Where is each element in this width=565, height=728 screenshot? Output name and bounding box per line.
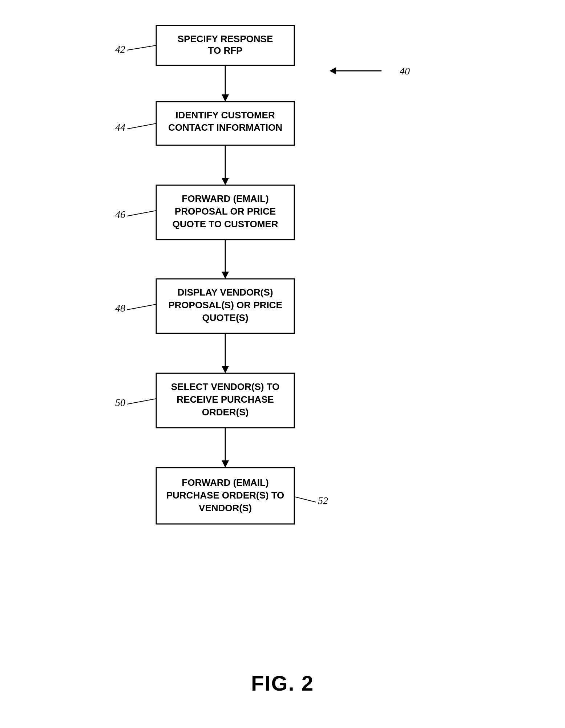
svg-text:FORWARD (EMAIL): FORWARD (EMAIL)	[182, 193, 269, 204]
svg-text:ORDER(S): ORDER(S)	[202, 407, 249, 418]
svg-text:SELECT VENDOR(S) TO: SELECT VENDOR(S) TO	[171, 381, 280, 392]
svg-line-4	[127, 45, 156, 50]
svg-text:QUOTE TO CUSTOMER: QUOTE TO CUSTOMER	[173, 219, 278, 229]
svg-text:TO RFP: TO RFP	[208, 45, 243, 56]
svg-text:48: 48	[115, 302, 125, 314]
svg-text:QUOTE(S): QUOTE(S)	[202, 312, 248, 323]
svg-marker-29	[222, 366, 229, 373]
svg-text:52: 52	[318, 495, 328, 506]
svg-marker-21	[222, 272, 229, 279]
svg-text:40: 40	[400, 65, 410, 77]
svg-rect-30	[156, 373, 294, 428]
svg-text:IDENTIFY CUSTOMER: IDENTIFY CUSTOMER	[175, 110, 275, 121]
svg-text:50: 50	[115, 397, 125, 408]
svg-rect-38	[156, 468, 294, 524]
svg-rect-22	[156, 279, 294, 333]
svg-text:42: 42	[115, 44, 125, 55]
svg-text:PROPOSAL OR PRICE: PROPOSAL OR PRICE	[175, 206, 276, 217]
svg-text:PURCHASE ORDER(S) TO: PURCHASE ORDER(S) TO	[166, 490, 284, 501]
svg-line-43	[294, 497, 316, 502]
svg-rect-7	[156, 102, 294, 145]
svg-line-19	[127, 211, 156, 216]
svg-text:VENDOR(S): VENDOR(S)	[199, 503, 252, 513]
svg-marker-6	[222, 94, 229, 102]
svg-text:46: 46	[115, 209, 125, 220]
svg-rect-0	[156, 25, 294, 65]
svg-text:PROPOSAL(S) OR PRICE: PROPOSAL(S) OR PRICE	[168, 300, 282, 310]
page: SPECIFY RESPONSE TO RFP 42 IDENTIFY CUST…	[0, 0, 565, 728]
svg-marker-45	[330, 67, 336, 74]
svg-marker-37	[222, 460, 229, 468]
svg-line-11	[127, 123, 156, 129]
svg-line-35	[127, 399, 156, 404]
svg-text:DISPLAY VENDOR(S): DISPLAY VENDOR(S)	[178, 287, 273, 298]
svg-marker-13	[222, 178, 229, 185]
figure-caption: FIG. 2	[0, 671, 565, 695]
svg-text:FORWARD (EMAIL): FORWARD (EMAIL)	[182, 477, 269, 488]
svg-rect-14	[156, 185, 294, 240]
svg-text:SPECIFY RESPONSE: SPECIFY RESPONSE	[178, 33, 273, 44]
svg-text:44: 44	[115, 122, 125, 133]
diagram-svg: SPECIFY RESPONSE TO RFP 42 IDENTIFY CUST…	[0, 0, 565, 690]
svg-text:CONTACT INFORMATION: CONTACT INFORMATION	[168, 122, 282, 133]
svg-line-27	[127, 304, 156, 310]
svg-text:RECEIVE PURCHASE: RECEIVE PURCHASE	[177, 394, 274, 405]
